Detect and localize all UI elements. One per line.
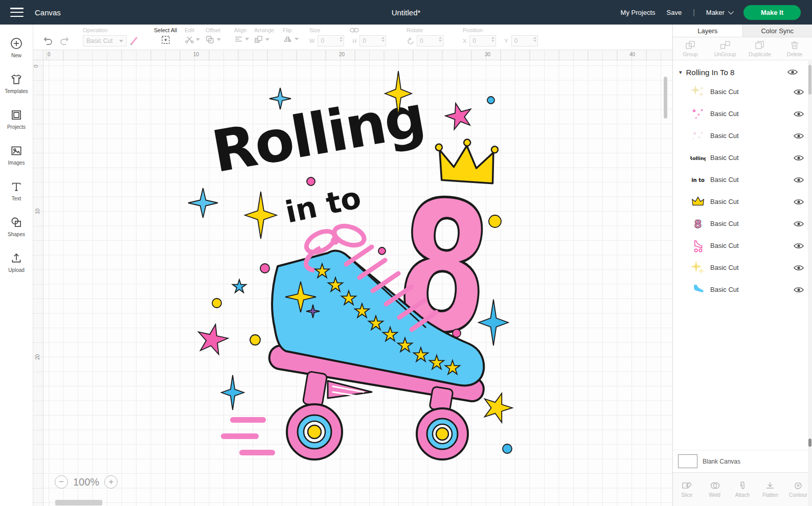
undo-redo-group <box>42 36 70 45</box>
operation-dropdown[interactable]: Basic Cut <box>83 35 127 47</box>
height-input[interactable]: 0 <box>359 35 386 47</box>
weld-icon <box>710 481 720 490</box>
edit-group[interactable]: Edit <box>185 27 200 43</box>
visibility-eye-icon[interactable] <box>787 69 798 75</box>
panel-scrollbar[interactable] <box>808 61 812 506</box>
sidebar-item-images[interactable]: Images <box>0 137 33 173</box>
sidebar-item-templates[interactable]: Templates <box>0 65 33 101</box>
flatten-button[interactable]: Flatten <box>756 473 784 506</box>
layer-row[interactable]: Basic Cut <box>673 103 812 125</box>
layer-row[interactable]: Basic Cut <box>673 125 812 147</box>
layer-row[interactable]: Basic Cut <box>673 81 812 103</box>
visibility-eye-icon[interactable] <box>794 89 804 95</box>
sidebar-item-new[interactable]: New <box>0 30 33 65</box>
machine-name: Maker <box>706 9 725 16</box>
zoom-control: − 100% + <box>55 475 118 489</box>
stepper-icon[interactable] <box>533 37 536 42</box>
operation-color-pen-icon[interactable] <box>129 36 139 46</box>
canvas-vertical-scrollbar[interactable] <box>664 77 667 119</box>
ungroup-icon <box>720 40 730 50</box>
align-group[interactable]: Align <box>234 27 249 43</box>
visibility-eye-icon[interactable] <box>794 265 804 271</box>
position-x-input[interactable]: 0 <box>469 35 496 47</box>
blank-canvas-swatch[interactable] <box>678 454 697 468</box>
design-artwork[interactable]: Rolling in to 8 <box>192 68 524 477</box>
visibility-eye-icon[interactable] <box>794 155 804 161</box>
layer-row[interactable]: 8 Basic Cut <box>673 213 812 235</box>
visibility-eye-icon[interactable] <box>794 221 804 227</box>
duplicate-icon <box>755 40 765 50</box>
layer-row[interactable]: Basic Cut <box>673 279 812 301</box>
weld-button[interactable]: Weld <box>701 473 728 506</box>
layer-thumb-dots-pink <box>690 106 706 122</box>
make-it-button[interactable]: Make It <box>743 5 801 20</box>
attach-button[interactable]: Attach <box>729 473 756 506</box>
stepper-icon[interactable] <box>439 37 442 42</box>
tab-layers[interactable]: Layers <box>673 25 742 37</box>
layer-thumb-dots-faint <box>690 128 706 144</box>
design-grid[interactable]: Rolling in to 8 <box>43 60 672 506</box>
select-all-group[interactable]: Select All <box>154 27 177 44</box>
duplicate-button[interactable]: Duplicate <box>742 37 777 60</box>
delete-button[interactable]: Delete <box>777 37 812 60</box>
contour-icon <box>793 481 803 490</box>
offset-group[interactable]: Offset <box>206 27 221 44</box>
layer-thumb-word-rolling: Rolling <box>690 150 706 166</box>
caret-down-icon <box>265 38 269 41</box>
layer-group-header[interactable]: ▾ Rolling In To 8 <box>673 63 812 81</box>
redo-icon[interactable] <box>60 36 70 45</box>
edit-toolbar: Operation Basic Cut Select All Edit <box>33 25 672 50</box>
rotate-input[interactable]: 0 <box>417 35 443 47</box>
blank-canvas-row: Blank Canvas <box>673 450 808 472</box>
art-crown <box>432 136 499 186</box>
offset-icon <box>206 35 215 44</box>
layer-row[interactable]: Basic Cut <box>673 257 812 279</box>
sidebar-item-projects[interactable]: Projects <box>0 101 33 137</box>
visibility-eye-icon[interactable] <box>794 133 804 139</box>
layer-row[interactable]: Basic Cut <box>673 235 812 257</box>
machine-selector[interactable]: Maker <box>706 9 732 16</box>
tab-color-sync[interactable]: Color Sync <box>742 25 812 37</box>
ungroup-button[interactable]: UnGroup <box>708 37 742 60</box>
collapse-caret-icon[interactable]: ▾ <box>679 69 682 76</box>
group-button[interactable]: Group <box>673 37 708 60</box>
visibility-eye-icon[interactable] <box>794 243 804 249</box>
slice-button[interactable]: Slice <box>673 473 701 506</box>
visibility-eye-icon[interactable] <box>794 199 804 205</box>
width-input[interactable]: 0 <box>318 35 344 47</box>
layer-thumb-skate-pink <box>690 238 706 254</box>
zoom-out-button[interactable]: − <box>55 475 68 489</box>
visibility-eye-icon[interactable] <box>794 111 804 117</box>
stepper-icon[interactable] <box>340 37 343 42</box>
group-icon <box>685 40 695 50</box>
layer-row[interactable]: Rolling Basic Cut <box>673 147 812 169</box>
visibility-eye-icon[interactable] <box>794 287 804 293</box>
sidebar-item-shapes[interactable]: Shapes <box>0 209 33 244</box>
hamburger-menu-icon[interactable] <box>10 8 24 17</box>
rotate-group: Rotate 0 <box>407 27 443 47</box>
my-projects-link[interactable]: My Projects <box>621 9 656 16</box>
canvas-horizontal-scrollbar[interactable] <box>55 500 102 505</box>
undo-icon[interactable] <box>42 36 53 45</box>
select-all-icon <box>161 35 170 44</box>
caret-down-icon <box>196 38 200 41</box>
zoom-level: 100% <box>73 476 99 488</box>
layer-thumb-skate-blue <box>690 282 706 297</box>
stepper-icon[interactable] <box>491 37 494 42</box>
layer-row[interactable]: Basic Cut <box>673 191 812 213</box>
position-y-input[interactable]: 0 <box>511 35 538 47</box>
save-link[interactable]: Save <box>667 9 682 16</box>
visibility-eye-icon[interactable] <box>794 177 804 183</box>
sidebar-item-upload[interactable]: Upload <box>0 244 33 280</box>
flip-group[interactable]: Flip <box>283 27 299 43</box>
layer-tools-bar: Slice Weld Attach Flatten Contour <box>673 472 812 506</box>
size-lock-link-icon[interactable] <box>350 28 359 33</box>
layer-thumb-word-in-to: in to <box>690 172 706 188</box>
arrange-group[interactable]: Arrange <box>254 27 274 43</box>
layer-row[interactable]: in to Basic Cut <box>673 169 812 191</box>
zoom-in-button[interactable]: + <box>104 475 118 489</box>
stepper-icon[interactable] <box>381 37 385 42</box>
align-icon <box>234 35 243 43</box>
sidebar-item-text[interactable]: Text <box>0 173 33 209</box>
blank-canvas-label: Blank Canvas <box>703 458 740 465</box>
